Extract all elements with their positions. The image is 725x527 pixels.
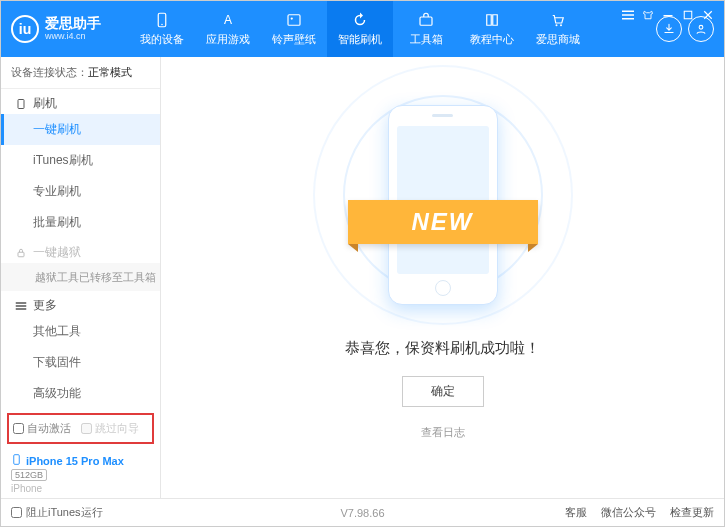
app-logo: iu 爱思助手 www.i4.cn (11, 15, 129, 43)
sidebar: 设备连接状态：正常模式 刷机 一键刷机 iTunes刷机 专业刷机 批量刷机 一… (1, 57, 161, 498)
sidebar-item-pro-flash[interactable]: 专业刷机 (1, 176, 160, 207)
device-phone-icon (11, 454, 22, 467)
checkbox-auto-activate[interactable]: 自动激活 (13, 421, 71, 436)
logo-icon: iu (11, 15, 39, 43)
footer-link-update[interactable]: 检查更新 (670, 505, 714, 520)
success-illustration: NEW (368, 105, 518, 315)
sidebar-item-batch-flash[interactable]: 批量刷机 (1, 207, 160, 238)
svg-rect-9 (622, 11, 634, 13)
cart-icon (549, 11, 567, 29)
svg-point-7 (560, 24, 562, 26)
menu-icon[interactable] (622, 7, 634, 25)
refresh-icon (351, 11, 369, 29)
svg-point-6 (556, 24, 558, 26)
maximize-icon[interactable] (682, 7, 694, 25)
skin-icon[interactable] (642, 7, 654, 25)
checkbox-skip-guide[interactable]: 跳过向导 (81, 421, 139, 436)
minimize-icon[interactable] (662, 7, 674, 25)
nav-my-device[interactable]: 我的设备 (129, 1, 195, 57)
sidebar-item-other-tools[interactable]: 其他工具 (1, 316, 160, 347)
svg-text:A: A (224, 13, 232, 27)
svg-rect-3 (288, 15, 300, 26)
svg-rect-12 (664, 15, 673, 17)
main-content: NEW 恭喜您，保资料刷机成功啦！ 确定 查看日志 (161, 57, 724, 498)
new-ribbon: NEW (348, 200, 538, 244)
svg-rect-18 (16, 308, 27, 310)
device-info[interactable]: iPhone 15 Pro Max 512GB iPhone (1, 448, 160, 502)
image-icon (285, 11, 303, 29)
connection-status: 设备连接状态：正常模式 (1, 57, 160, 89)
svg-point-1 (161, 24, 163, 26)
jailbreak-note: 越狱工具已转移至工具箱 (1, 263, 160, 291)
device-model: iPhone (11, 483, 150, 494)
section-jailbreak: 一键越狱 (1, 238, 160, 263)
svg-rect-16 (16, 302, 27, 304)
phone-icon (153, 11, 171, 29)
view-log-link[interactable]: 查看日志 (421, 425, 465, 440)
nav-tutorials[interactable]: 教程中心 (459, 1, 525, 57)
section-more[interactable]: 更多 (1, 291, 160, 316)
nav-smart-flash[interactable]: 智能刷机 (327, 1, 393, 57)
version-label: V7.98.66 (340, 507, 384, 519)
svg-rect-11 (622, 18, 634, 20)
footer-link-support[interactable]: 客服 (565, 505, 587, 520)
options-highlight-box: 自动激活 跳过向导 (7, 413, 154, 444)
app-name: 爱思助手 (45, 16, 101, 31)
svg-rect-17 (16, 305, 27, 307)
section-flash[interactable]: 刷机 (1, 89, 160, 114)
ok-button[interactable]: 确定 (402, 376, 484, 407)
nav-apps-games[interactable]: A 应用游戏 (195, 1, 261, 57)
more-icon (15, 300, 27, 312)
sidebar-item-oneclick-flash[interactable]: 一键刷机 (1, 114, 160, 145)
svg-point-8 (699, 25, 703, 29)
flash-icon (15, 98, 27, 110)
success-message: 恭喜您，保资料刷机成功啦！ (345, 339, 540, 358)
sidebar-item-advanced[interactable]: 高级功能 (1, 378, 160, 409)
svg-rect-14 (18, 99, 24, 108)
apps-icon: A (219, 11, 237, 29)
nav-toolbox[interactable]: 工具箱 (393, 1, 459, 57)
svg-rect-15 (18, 252, 24, 257)
toolbox-icon (417, 11, 435, 29)
top-nav: 我的设备 A 应用游戏 铃声壁纸 智能刷机 工具箱 (129, 1, 656, 57)
app-url: www.i4.cn (45, 32, 101, 42)
svg-point-4 (291, 17, 293, 19)
book-icon (483, 11, 501, 29)
sidebar-item-itunes-flash[interactable]: iTunes刷机 (1, 145, 160, 176)
svg-rect-10 (622, 14, 634, 16)
close-icon[interactable] (702, 7, 714, 25)
lock-icon (15, 247, 27, 259)
nav-store[interactable]: 爱思商城 (525, 1, 591, 57)
device-name: iPhone 15 Pro Max (26, 455, 124, 467)
sidebar-item-download-firmware[interactable]: 下载固件 (1, 347, 160, 378)
svg-rect-5 (420, 17, 432, 25)
svg-rect-13 (684, 11, 692, 19)
footer-link-wechat[interactable]: 微信公众号 (601, 505, 656, 520)
status-bar: 阻止iTunes运行 V7.98.66 客服 微信公众号 检查更新 (1, 498, 724, 526)
checkbox-block-itunes[interactable]: 阻止iTunes运行 (11, 505, 103, 520)
device-capacity: 512GB (11, 469, 47, 481)
svg-rect-19 (14, 455, 20, 465)
nav-ringtone-wallpaper[interactable]: 铃声壁纸 (261, 1, 327, 57)
